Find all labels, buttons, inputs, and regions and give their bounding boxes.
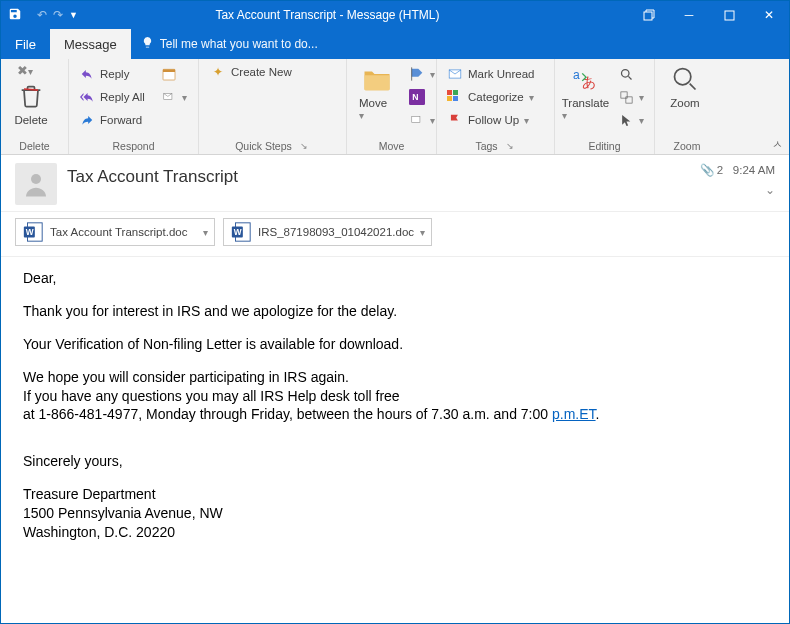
delete-button[interactable]: ✖▾ Delete	[7, 61, 55, 128]
svg-rect-3	[163, 69, 175, 72]
related-icon	[618, 89, 634, 105]
onenote-icon: N	[409, 89, 425, 105]
svg-point-15	[621, 69, 629, 77]
actions-button[interactable]: ▾	[405, 109, 439, 131]
move-button[interactable]: Move ▾	[353, 61, 401, 123]
categorize-label: Categorize	[468, 91, 524, 103]
tab-file[interactable]: File	[1, 29, 50, 59]
tell-me-label: Tell me what you want to do...	[160, 37, 318, 51]
undo-icon[interactable]: ↶	[37, 8, 47, 22]
svg-rect-11	[447, 96, 452, 101]
message-body: Dear, Thank you for interest in IRS and …	[1, 257, 789, 554]
avatar	[15, 163, 57, 205]
reply-all-icon	[79, 89, 95, 105]
quicksteps-launcher-icon[interactable]: ↘	[298, 141, 310, 151]
mark-unread-button[interactable]: Mark Unread	[443, 63, 538, 85]
move-label: Move	[359, 97, 387, 109]
sig-line: 1500 Pennsylvania Avenue, NW	[23, 505, 223, 521]
calendar-icon	[161, 66, 177, 82]
reply-button[interactable]: Reply	[75, 63, 149, 85]
select-button[interactable]: ▾	[614, 109, 648, 131]
create-new-label: Create New	[231, 66, 292, 78]
attachment-item[interactable]: W Tax Account Transcript.doc ▾	[15, 218, 215, 246]
attachment-dropdown-icon[interactable]: ▾	[203, 227, 208, 238]
attachment-name: Tax Account Transcript.doc	[50, 226, 187, 238]
word-doc-icon: W	[230, 221, 252, 243]
ignore-icon[interactable]: ✖▾	[17, 63, 33, 78]
svg-text:W: W	[234, 228, 242, 237]
attachment-row: W Tax Account Transcript.doc ▾ W IRS_871…	[1, 212, 789, 257]
reply-icon	[79, 66, 95, 82]
rules-button[interactable]: ▾	[405, 63, 439, 85]
related-button[interactable]: ▾	[614, 86, 648, 108]
group-tags-label: Tags	[475, 140, 497, 152]
body-link[interactable]: p.m.ET	[552, 406, 596, 422]
body-paragraph: We hope you will consider participating …	[23, 368, 767, 425]
collapse-ribbon-icon[interactable]: ㅅ	[772, 137, 783, 152]
sig-line: Treasure Department	[23, 486, 156, 502]
followup-label: Follow Up	[468, 114, 519, 126]
tab-message[interactable]: Message	[50, 29, 131, 59]
flag-icon	[447, 112, 463, 128]
categorize-button[interactable]: Categorize ▾	[443, 86, 538, 108]
body-line: We hope you will consider participating …	[23, 369, 349, 385]
attachment-dropdown-icon[interactable]: ▾	[420, 227, 425, 238]
svg-rect-1	[725, 11, 734, 20]
attachment-item[interactable]: W IRS_87198093_01042021.doc ▾	[223, 218, 432, 246]
translate-label: Translate	[562, 97, 610, 109]
envelope-icon	[447, 66, 463, 82]
group-zoom-label: Zoom	[674, 140, 701, 152]
redo-icon[interactable]: ↷	[53, 8, 63, 22]
svg-rect-9	[447, 90, 452, 95]
window-title: Tax Account Transcript - Message (HTML)	[26, 8, 629, 22]
folder-move-icon	[361, 63, 393, 95]
translate-button[interactable]: aあ Translate ▾	[561, 61, 610, 123]
body-paragraph: Thank you for interest in IRS and we apo…	[23, 302, 767, 321]
ribbon: ✖▾ Delete Delete Reply Reply All Forward…	[1, 59, 789, 155]
expand-header-icon[interactable]: ⌄	[765, 183, 775, 197]
cursor-icon	[618, 112, 634, 128]
mark-unread-label: Mark Unread	[468, 68, 534, 80]
body-signature: Treasure Department 1500 Pennsylvania Av…	[23, 485, 767, 542]
group-quicksteps-label: Quick Steps	[235, 140, 292, 152]
svg-point-19	[31, 174, 41, 184]
tags-launcher-icon[interactable]: ↘	[504, 141, 516, 151]
more-icon	[161, 89, 177, 105]
forward-icon	[79, 112, 95, 128]
restore-button[interactable]	[629, 1, 669, 29]
find-button[interactable]	[614, 63, 648, 85]
svg-text:N: N	[412, 92, 418, 102]
menu-bar: File Message Tell me what you want to do…	[1, 29, 789, 59]
message-subject: Tax Account Transcript	[67, 163, 690, 187]
sig-line: Washington, D.C. 20220	[23, 524, 175, 540]
attachment-icon: 📎	[700, 164, 714, 176]
rules-icon	[409, 66, 425, 82]
close-button[interactable]: ✕	[749, 1, 789, 29]
zoom-button[interactable]: Zoom	[661, 61, 709, 111]
create-new-quickstep[interactable]: ✦ Create New	[205, 61, 340, 83]
word-doc-icon: W	[22, 221, 44, 243]
forward-button[interactable]: Forward	[75, 109, 149, 131]
svg-point-18	[675, 69, 691, 85]
save-icon[interactable]	[1, 7, 29, 24]
sparkle-icon: ✦	[210, 64, 226, 80]
forward-label: Forward	[100, 114, 142, 126]
followup-button[interactable]: Follow Up ▾	[443, 109, 538, 131]
zoom-label: Zoom	[670, 97, 699, 109]
attachment-name: IRS_87198093_01042021.doc	[258, 226, 414, 238]
svg-rect-7	[412, 117, 420, 123]
minimize-button[interactable]: ─	[669, 1, 709, 29]
tell-me-search[interactable]: Tell me what you want to do...	[131, 29, 328, 59]
categorize-icon	[447, 89, 463, 105]
title-bar: ↶ ↷ ▼ Tax Account Transcript - Message (…	[1, 1, 789, 29]
maximize-button[interactable]	[709, 1, 749, 29]
svg-rect-10	[453, 90, 458, 95]
attachment-count: 2	[717, 164, 723, 176]
message-header: Tax Account Transcript 📎 2 9:24 AM ⌄	[1, 155, 789, 212]
meeting-button[interactable]	[157, 63, 191, 85]
onenote-button[interactable]: N	[405, 86, 439, 108]
reply-all-button[interactable]: Reply All	[75, 86, 149, 108]
svg-rect-0	[644, 12, 652, 20]
group-move-label: Move	[379, 140, 405, 152]
more-respond-button[interactable]: ▾	[157, 86, 191, 108]
